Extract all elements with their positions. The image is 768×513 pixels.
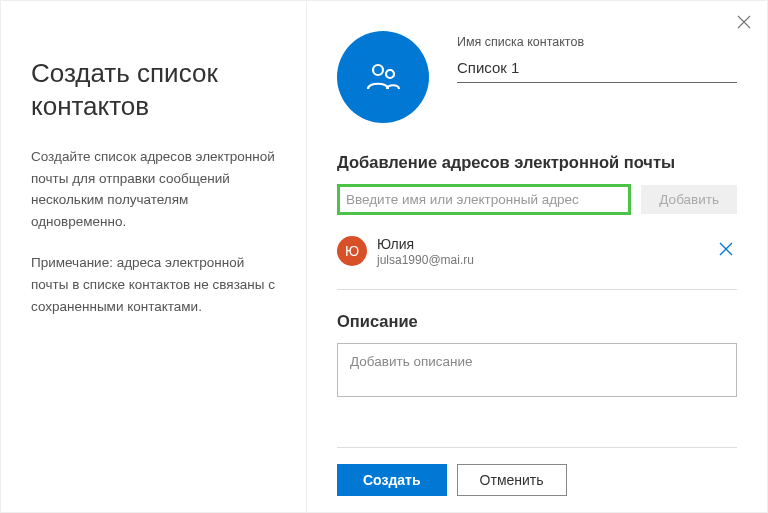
list-avatar [337,31,429,123]
info-panel: Создать список контактов Создайте список… [1,1,307,512]
people-icon [365,59,401,95]
contact-row: Ю Юлия julsa1990@mai.ru [337,229,737,281]
remove-contact-button[interactable] [715,238,737,264]
description-title: Описание [337,312,737,331]
divider [337,289,737,290]
create-button[interactable]: Создать [337,464,447,496]
close-button[interactable] [737,15,751,33]
email-input-highlight [337,184,631,215]
email-section-title: Добавление адресов электронной почты [337,153,737,172]
contact-email: julsa1990@mai.ru [377,253,705,267]
description-input[interactable] [337,343,737,397]
cancel-button[interactable]: Отменить [457,464,567,496]
list-name-label: Имя списка контактов [457,35,737,49]
svg-point-0 [373,65,383,75]
email-input[interactable] [346,190,622,209]
form-panel: Имя списка контактов Добавление адресов … [307,1,767,512]
dialog-footer: Создать Отменить [337,447,737,512]
svg-point-1 [386,70,394,78]
contact-avatar: Ю [337,236,367,266]
list-name-input[interactable] [457,55,737,83]
add-button[interactable]: Добавить [641,185,737,214]
info-paragraph-2: Примечание: адреса электронной почты в с… [31,252,276,317]
info-paragraph-1: Создайте список адресов электронной почт… [31,146,276,232]
close-icon [737,15,751,29]
dialog-title: Создать список контактов [31,57,276,122]
close-icon [719,242,733,256]
contact-name: Юлия [377,235,705,253]
